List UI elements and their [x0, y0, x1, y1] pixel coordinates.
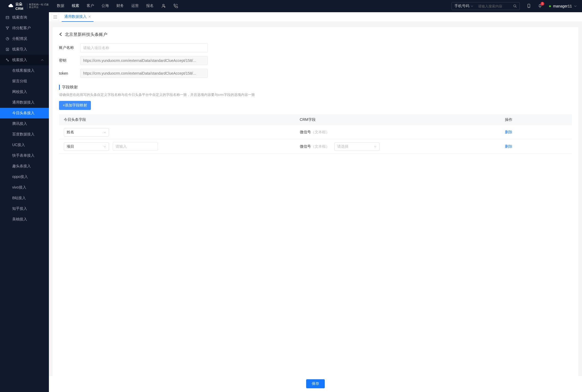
svg-rect-5 [6, 16, 9, 19]
secret-input[interactable] [80, 56, 208, 65]
connect-icon [5, 58, 10, 62]
mapping-table: 今日头条字段 CRM字段 操作 姓名 [59, 114, 572, 154]
top-nav: 数据 线索 客户 公海 财务 运营 报名 [57, 3, 178, 9]
back-button[interactable] [59, 32, 63, 37]
sidebar-sub-online-chat[interactable]: 在线客服接入 [0, 65, 49, 76]
tab-label: 通用数据接入 [64, 14, 87, 19]
nav-item-finance[interactable]: 财务 [116, 3, 124, 9]
user-name: manager11 [553, 4, 572, 8]
online-dot-icon [549, 5, 551, 7]
chevron-down-icon [103, 131, 106, 134]
import-icon [5, 48, 10, 51]
sidebar-sub-message-group[interactable]: 留言分组 [0, 76, 49, 87]
sidebar-sub-generic[interactable]: 通用数据接入 [0, 97, 49, 108]
cloud-icon [8, 4, 14, 8]
nav-item-public[interactable]: 公海 [102, 3, 109, 9]
tt-field-extra-input[interactable] [113, 142, 158, 151]
table-row: 项目 微信号（文本框） 请选择 [59, 139, 572, 154]
search-box: 手机号码 [452, 2, 520, 10]
sidebar-sub-vivo[interactable]: vivo接入 [0, 182, 49, 193]
topbar: 云朵CRM 教育机构一站 式服务云平台 数据 线索 客户 公海 财务 运营 报名… [0, 0, 582, 12]
sidebar-item-leads-import[interactable]: 线索导入 [0, 44, 49, 55]
sidebar-sub-baidu[interactable]: 百度数据接入 [0, 129, 49, 140]
search-filter-select[interactable]: 手机号码 [452, 4, 476, 8]
tt-field-value: 项目 [67, 144, 74, 149]
sidebar-collapse-button[interactable] [52, 13, 59, 21]
sidebar-sub-bilibili[interactable]: B站接入 [0, 193, 49, 203]
sidebar-item-label: 待分配客户 [12, 26, 31, 31]
logo[interactable]: 云朵CRM 教育机构一站 式服务云平台 [0, 2, 49, 11]
table-row: 姓名 微信号（文本框） 删除 [59, 125, 572, 139]
sidebar-sub-uc[interactable]: UC接入 [0, 140, 49, 150]
sidebar-item-allocation[interactable]: 分配情况 [0, 33, 49, 44]
col-crm-field: CRM字段 [295, 114, 500, 125]
main: 通用数据接入 ✕ 北京昱新科技头条账户 账户名称 密钥 to [49, 12, 582, 392]
tt-field-select[interactable]: 姓名 [64, 128, 109, 137]
form-row-account: 账户名称 [59, 43, 572, 52]
chevron-up-icon [41, 59, 44, 61]
nav-user-icon[interactable] [161, 3, 166, 9]
breadcrumb: 北京昱新科技头条账户 [59, 32, 572, 37]
pie-icon [5, 37, 10, 41]
save-button[interactable]: 保存 [306, 379, 325, 388]
sidebar-item-label: 线索导入 [12, 47, 27, 52]
logo-sub: 教育机构一站 式服务云平台 [27, 3, 49, 9]
sidebar-sub-toutiao[interactable]: 今日头条接入 [0, 108, 49, 118]
token-input[interactable] [80, 69, 208, 78]
search-filter-label: 手机号码 [454, 4, 469, 8]
tt-field-select[interactable]: 项目 [64, 142, 109, 151]
sidebar: 线索查询 待分配客户 分配情况 线索导入 线索接入 在线客服接入 留言分组 网校… [0, 12, 49, 392]
col-toutiao-field: 今日头条字段 [59, 114, 295, 125]
notification-badge: 5 [541, 2, 544, 6]
sidebar-item-leads-query[interactable]: 线索查询 [0, 12, 49, 23]
form-row-secret: 密钥 [59, 56, 572, 65]
form-row-token: token [59, 69, 572, 78]
section-title: 字段映射 [59, 85, 572, 90]
sidebar-sub-zhihu[interactable]: 知乎接入 [0, 203, 49, 214]
account-name-input[interactable] [80, 43, 208, 52]
crm-select[interactable]: 请选择 [334, 142, 379, 151]
tt-field-value: 姓名 [67, 130, 74, 135]
sidebar-sub-qutoutiao[interactable]: 趣头条接入 [0, 161, 49, 172]
nav-item-leads[interactable]: 线索 [72, 3, 79, 9]
logo-text: 云朵CRM [15, 2, 26, 11]
search-input[interactable] [476, 4, 511, 8]
mobile-icon[interactable] [527, 3, 531, 9]
crm-field-type: （文本框） [311, 130, 330, 134]
nav-item-enroll[interactable]: 报名 [146, 3, 154, 9]
secret-label: 密钥 [59, 58, 80, 63]
nav-item-customers[interactable]: 客户 [87, 3, 94, 9]
sidebar-item-leads-access[interactable]: 线索接入 [0, 55, 49, 65]
chevron-down-icon [574, 5, 577, 7]
list-icon [5, 16, 10, 19]
bell-icon[interactable]: 5 [538, 3, 542, 9]
tab-generic-data[interactable]: 通用数据接入 ✕ [62, 12, 94, 22]
sidebar-sub-school[interactable]: 网校接入 [0, 87, 49, 97]
sidebar-sub-oppo[interactable]: oppo接入 [0, 172, 49, 182]
col-action: 操作 [500, 114, 572, 125]
sidebar-sub-meiyou[interactable]: 美柚接入 [0, 214, 49, 225]
sidebar-sub-tencent[interactable]: 腾讯接入 [0, 118, 49, 129]
user-menu[interactable]: manager11 [549, 4, 577, 8]
crm-field-type: （文本框） [311, 144, 330, 148]
add-mapping-button[interactable]: +添加字段映射 [59, 101, 91, 110]
nav-item-ops[interactable]: 运营 [131, 3, 139, 9]
delete-link[interactable]: 删除 [505, 144, 512, 148]
nav-phone-icon[interactable] [173, 3, 178, 9]
svg-point-0 [163, 4, 164, 6]
sidebar-sub-kuaishou[interactable]: 快手表单接入 [0, 150, 49, 161]
nav-item-data[interactable]: 数据 [57, 3, 64, 9]
chevron-down-icon [103, 145, 106, 148]
layout: 线索查询 待分配客户 分配情况 线索导入 线索接入 在线客服接入 留言分组 网校… [0, 12, 582, 392]
search-button[interactable] [511, 4, 520, 8]
token-label: token [59, 71, 80, 75]
sidebar-item-label: 线索接入 [12, 58, 27, 62]
svg-point-2 [514, 5, 516, 7]
crm-select-placeholder: 请选择 [337, 144, 348, 149]
close-icon[interactable]: ✕ [88, 15, 91, 19]
card: 北京昱新科技头条账户 账户名称 密钥 token 字段映射 请确保您在此填写的头… [53, 27, 578, 376]
sidebar-item-pending-cust[interactable]: 待分配客户 [0, 23, 49, 33]
section-hint: 请确保您在此填写的头条自定义字段名称与在今日头条平台中自定义的字段名称一致，并且… [59, 92, 572, 97]
sidebar-item-label: 线索查询 [12, 15, 27, 20]
delete-link[interactable]: 删除 [505, 130, 512, 134]
